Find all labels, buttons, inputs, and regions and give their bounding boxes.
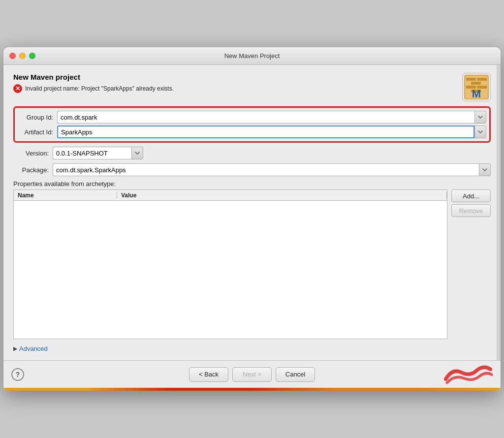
group-id-field-wrapper (57, 111, 486, 124)
bottom-stripe (3, 388, 501, 391)
scrollbar[interactable] (497, 65, 501, 363)
table-header: Name Value (14, 190, 447, 201)
artifact-id-row: Artifact Id: (18, 125, 486, 138)
title-bar: New Maven Project (3, 47, 501, 65)
package-row: Package: (13, 163, 491, 176)
package-input[interactable] (53, 163, 479, 176)
error-message: Invalid project name: Project "SparkApps… (25, 85, 174, 92)
group-id-dropdown-btn[interactable] (474, 111, 486, 124)
error-x-symbol: ✕ (15, 85, 20, 92)
add-button[interactable]: Add... (451, 189, 491, 202)
artifact-id-field-wrapper (57, 125, 486, 138)
maven-logo-svg: M (464, 75, 489, 99)
advanced-label: Advanced (19, 345, 48, 352)
properties-label: Properties available from archetype: (13, 180, 491, 188)
package-field-wrapper (53, 163, 491, 176)
package-dropdown-btn[interactable] (479, 163, 491, 176)
svg-text:M: M (472, 88, 481, 99)
next-button[interactable]: Next > (232, 367, 272, 382)
back-button[interactable]: < Back (189, 367, 228, 382)
dialog-title: New Maven project (13, 73, 174, 81)
version-dropdown-btn[interactable] (131, 147, 143, 159)
col-value-header: Value (117, 192, 447, 199)
cancel-button[interactable]: Cancel (276, 367, 315, 382)
table-button-col: Add... Remove (451, 189, 491, 339)
group-id-input[interactable] (57, 111, 474, 124)
chevron-right-icon: ▶ (13, 345, 17, 352)
version-dropdown-wrapper (53, 147, 143, 159)
bottom-bar: ? < Back Next > Cancel (3, 360, 501, 388)
package-label: Package: (13, 166, 53, 174)
window-controls (9, 53, 35, 59)
svg-rect-4 (471, 82, 481, 85)
svg-rect-3 (477, 78, 487, 81)
maximize-button[interactable] (29, 53, 35, 59)
table-body[interactable] (14, 201, 447, 339)
help-button[interactable]: ? (11, 368, 24, 381)
version-label: Version: (13, 150, 53, 157)
maven-logo: M (462, 73, 491, 101)
artifact-id-label: Artifact Id: (18, 128, 57, 136)
properties-table: Name Value (13, 189, 447, 339)
annotation-scribble (443, 361, 493, 386)
group-id-label: Group Id: (18, 114, 57, 121)
navigation-buttons: < Back Next > Cancel (189, 367, 315, 382)
dialog-content: New Maven project ✕ Invalid project name… (3, 65, 501, 360)
version-row: Version: (13, 147, 491, 159)
artifact-id-input[interactable] (57, 125, 474, 138)
artifact-id-dropdown-btn[interactable] (474, 125, 486, 138)
version-input[interactable] (53, 147, 131, 159)
group-id-row: Group Id: (18, 111, 486, 124)
properties-section: Properties available from archetype: Nam… (13, 180, 491, 339)
header-left: New Maven project ✕ Invalid project name… (13, 73, 174, 93)
window-title: New Maven Project (224, 52, 280, 60)
close-button[interactable] (9, 53, 16, 59)
minimize-button[interactable] (19, 53, 26, 59)
remove-button[interactable]: Remove (451, 204, 491, 217)
highlight-box: Group Id: Artifact Id: (13, 106, 491, 143)
dialog-window: New Maven Project New Maven project ✕ In… (3, 47, 501, 391)
error-row: ✕ Invalid project name: Project "SparkAp… (13, 84, 174, 93)
header-row: New Maven project ✕ Invalid project name… (13, 73, 491, 101)
scribble-svg (443, 361, 493, 386)
col-name-header: Name (14, 192, 117, 199)
svg-rect-2 (466, 78, 476, 81)
error-icon: ✕ (13, 84, 22, 93)
help-icon: ? (16, 371, 20, 378)
table-wrapper: Name Value Add... Remove (13, 189, 491, 339)
advanced-section[interactable]: ▶ Advanced (13, 345, 491, 352)
